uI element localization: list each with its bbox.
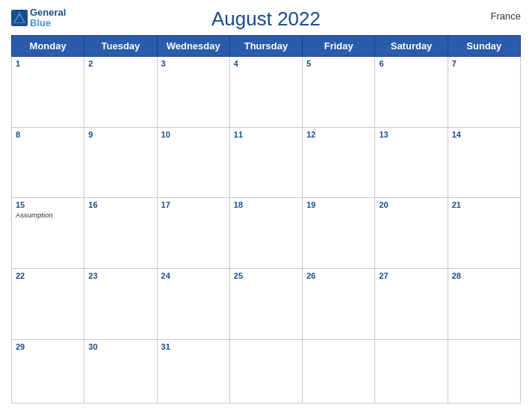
table-row [448,339,520,404]
logo: General Blue [11,7,66,29]
table-row: 4 [229,57,302,128]
day-number: 20 [379,200,443,209]
day-number: 28 [452,271,516,280]
day-number: 5 [306,59,371,68]
day-number: 23 [88,271,152,280]
day-number: 2 [88,59,152,68]
table-row: 9 [84,127,157,198]
logo-line1: General [30,7,66,18]
logo-line2: Blue [30,18,66,28]
table-row: 30 [84,339,157,404]
table-row: 29 [12,339,84,404]
table-row: 15Assumption [12,198,84,269]
logo-icon [11,10,28,26]
day-number: 13 [379,130,443,139]
table-row: 12 [303,127,375,198]
table-row: 28 [448,268,520,339]
table-row: 5 [303,57,375,128]
table-row: 23 [84,268,157,339]
calendar-table: Monday Tuesday Wednesday Thursday Friday… [11,35,521,404]
calendar-week-row: 1234567 [12,57,521,128]
country-label: France [491,10,521,22]
page-title: August 2022 [211,7,321,31]
table-row: 21 [448,198,520,269]
table-row: 6 [375,57,448,128]
table-row: 7 [448,57,520,128]
day-number: 18 [234,200,298,209]
day-number: 7 [452,59,516,68]
table-row: 13 [375,127,448,198]
table-row: 16 [84,198,157,269]
day-number: 10 [161,130,226,139]
table-row: 31 [157,339,229,404]
day-number: 24 [161,271,226,280]
day-number: 6 [379,59,443,68]
day-number: 11 [234,130,298,139]
table-row [229,339,302,404]
day-number: 29 [16,342,80,351]
calendar-header: General Blue August 2022 France [11,7,521,31]
table-row: 27 [375,268,448,339]
table-row [303,339,375,404]
table-row: 26 [303,268,375,339]
calendar-week-row: 293031 [12,339,521,404]
table-row: 2 [84,57,157,128]
day-number: 25 [234,271,298,280]
table-row: 20 [375,198,448,269]
table-row: 8 [12,127,84,198]
holiday-label: Assumption [16,211,80,219]
col-sunday: Sunday [448,36,520,57]
table-row: 10 [157,127,229,198]
table-row: 22 [12,268,84,339]
day-number: 21 [452,200,516,209]
table-row [375,339,448,404]
day-number: 26 [306,271,371,280]
day-number: 31 [161,342,226,351]
calendar-week-row: 15Assumption161718192021 [12,198,521,269]
calendar-week-row: 891011121314 [12,127,521,198]
col-friday: Friday [303,36,375,57]
day-number: 17 [161,200,226,209]
day-number: 30 [88,342,152,351]
day-number: 1 [16,59,80,68]
day-number: 12 [306,130,371,139]
table-row: 18 [229,198,302,269]
table-row: 14 [448,127,520,198]
day-number: 3 [161,59,226,68]
day-number: 22 [16,271,80,280]
day-number: 8 [16,130,80,139]
table-row: 19 [303,198,375,269]
table-row: 24 [157,268,229,339]
day-number: 27 [379,271,443,280]
col-tuesday: Tuesday [84,36,157,57]
table-row: 25 [229,268,302,339]
col-wednesday: Wednesday [157,36,229,57]
day-number: 4 [234,59,298,68]
day-number: 9 [88,130,152,139]
day-number: 16 [88,200,152,209]
day-number: 19 [306,200,371,209]
table-row: 1 [12,57,84,128]
day-number: 15 [16,200,80,209]
table-row: 3 [157,57,229,128]
day-number: 14 [452,130,516,139]
col-thursday: Thursday [229,36,302,57]
col-saturday: Saturday [375,36,448,57]
weekday-header-row: Monday Tuesday Wednesday Thursday Friday… [12,36,521,57]
col-monday: Monday [12,36,84,57]
table-row: 17 [157,198,229,269]
table-row: 11 [229,127,302,198]
calendar-week-row: 22232425262728 [12,268,521,339]
